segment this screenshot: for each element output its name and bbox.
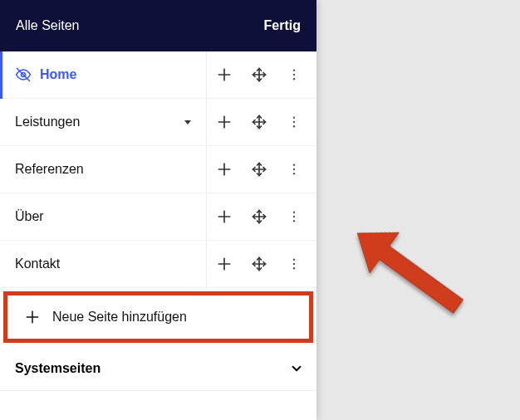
- svg-point-29: [293, 216, 295, 217]
- more-options-button[interactable]: [277, 51, 312, 98]
- add-subpage-button[interactable]: [207, 146, 242, 193]
- system-pages-section[interactable]: Systemseiten: [0, 346, 316, 391]
- expand-children-button[interactable]: [183, 117, 193, 127]
- move-page-button[interactable]: [242, 193, 277, 240]
- hidden-icon: [15, 66, 32, 83]
- page-name: Leistungen: [15, 115, 80, 129]
- page-label-area: Leistungen: [0, 99, 207, 145]
- page-row-actions: [207, 51, 316, 98]
- page-label-area: Über: [0, 193, 207, 240]
- svg-point-22: [293, 168, 295, 170]
- svg-point-14: [293, 117, 295, 119]
- page-label-area: Referenzen: [0, 146, 207, 193]
- svg-point-8: [293, 78, 295, 80]
- page-name: Home: [40, 67, 76, 82]
- done-button[interactable]: Fertig: [264, 18, 301, 33]
- svg-point-30: [293, 220, 295, 222]
- add-subpage-button[interactable]: [207, 193, 242, 240]
- svg-point-37: [293, 267, 295, 269]
- svg-point-16: [293, 125, 295, 127]
- page-label-area: Kontakt: [0, 241, 207, 287]
- add-subpage-button[interactable]: [207, 51, 242, 98]
- page-row-actions: [207, 193, 316, 240]
- add-new-page-label: Neue Seite hinzufügen: [52, 310, 187, 325]
- add-new-page-button[interactable]: Neue Seite hinzufügen: [3, 291, 313, 343]
- page-row-leistungen[interactable]: Leistungen: [0, 99, 316, 146]
- svg-point-7: [293, 74, 295, 76]
- more-options-button[interactable]: [277, 99, 312, 145]
- move-page-button[interactable]: [242, 51, 277, 98]
- annotation-arrow-icon: [328, 206, 494, 339]
- page-row-actions: [207, 241, 316, 287]
- page-row-referenzen[interactable]: Referenzen: [0, 146, 316, 193]
- page-name: Über: [15, 209, 44, 224]
- active-page-indicator: [0, 51, 2, 99]
- more-options-button[interactable]: [277, 193, 312, 240]
- svg-point-28: [293, 212, 295, 213]
- chevron-down-icon: [289, 361, 304, 376]
- add-subpage-button[interactable]: [207, 241, 242, 287]
- move-page-button[interactable]: [242, 146, 277, 193]
- pages-panel: Alle Seiten Fertig Home: [0, 0, 316, 420]
- page-name: Kontakt: [15, 256, 60, 271]
- page-row-ueber[interactable]: Über: [0, 193, 316, 241]
- page-row-actions: [207, 146, 316, 193]
- more-options-button[interactable]: [277, 146, 312, 193]
- svg-point-36: [293, 263, 295, 265]
- move-page-button[interactable]: [242, 99, 277, 145]
- svg-marker-40: [343, 213, 473, 327]
- svg-point-23: [293, 173, 295, 174]
- page-name: Referenzen: [15, 162, 84, 177]
- plus-icon: [24, 309, 41, 325]
- panel-header: Alle Seiten Fertig: [0, 0, 316, 51]
- page-row-actions: [207, 99, 316, 145]
- system-pages-label: Systemseiten: [15, 361, 101, 376]
- svg-point-21: [293, 164, 295, 166]
- move-page-button[interactable]: [242, 241, 277, 287]
- svg-marker-9: [184, 120, 191, 125]
- svg-point-15: [293, 121, 295, 123]
- svg-point-35: [293, 259, 295, 261]
- panel-title: Alle Seiten: [16, 18, 80, 33]
- more-options-button[interactable]: [277, 241, 312, 287]
- page-label-area: Home: [0, 51, 207, 98]
- add-subpage-button[interactable]: [207, 99, 242, 145]
- page-row-kontakt[interactable]: Kontakt: [0, 241, 316, 288]
- svg-point-6: [293, 70, 295, 71]
- page-row-home[interactable]: Home: [0, 51, 316, 99]
